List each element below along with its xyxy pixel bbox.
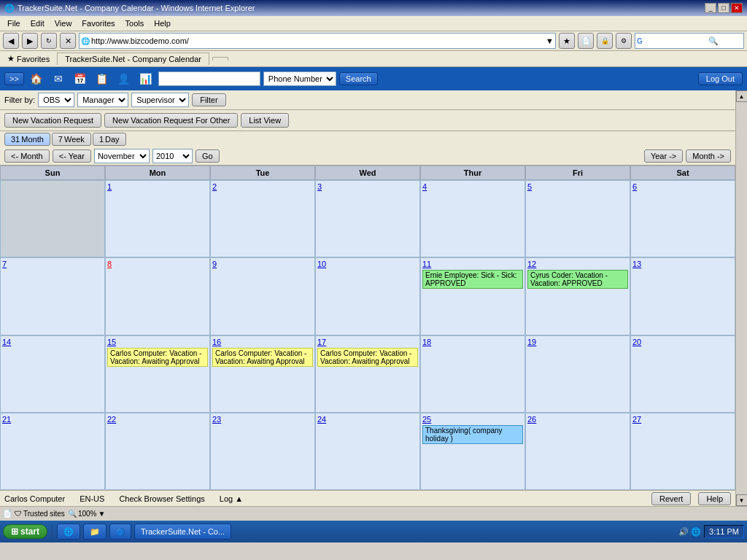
date-25[interactable]: 25	[422, 415, 523, 424]
month-select[interactable]: JanuaryFebruaryMarch AprilMayJune JulyAu…	[94, 149, 150, 163]
event-carlos-15[interactable]: Carlos Computer: Vacation - Vacation: Aw…	[107, 348, 208, 367]
contacts-icon[interactable]: 👤	[115, 69, 133, 88]
date-22[interactable]: 22	[107, 415, 208, 424]
search-type-select[interactable]: Phone Number	[263, 71, 336, 86]
ie-icon-taskbar[interactable]: 🌐	[57, 524, 80, 540]
prev-month-btn[interactable]: <- Month	[4, 149, 50, 163]
maximize-btn[interactable]: □	[718, 3, 729, 13]
cal-cell-7[interactable]: 7	[0, 257, 105, 335]
browser-tab[interactable]: TrackerSuite.Net - Company Calendar	[57, 52, 209, 65]
calendar-icon[interactable]: 📅	[71, 69, 90, 88]
cal-cell-23[interactable]: 23	[210, 413, 315, 490]
year-select[interactable]: 20082009201020112012	[152, 149, 193, 163]
date-10[interactable]: 10	[317, 260, 418, 268]
cal-cell-24[interactable]: 24	[315, 413, 420, 490]
event-thanksgiving[interactable]: Thanksgiving( company holiday )	[422, 425, 523, 444]
scrollbar[interactable]: ▲ ▼	[735, 90, 747, 506]
date-24[interactable]: 24	[317, 415, 418, 424]
scroll-down-btn[interactable]: ▼	[736, 494, 748, 506]
date-26[interactable]: 26	[527, 415, 628, 424]
date-15[interactable]: 15	[107, 338, 208, 346]
event-carlos-17[interactable]: Carlos Computer: Vacation - Vacation: Aw…	[317, 348, 418, 367]
supervisor-select[interactable]: Supervisor	[131, 93, 189, 107]
favorites-icon-btn[interactable]: ★	[559, 33, 575, 49]
date-5[interactable]: 5	[527, 182, 628, 191]
cal-cell-10[interactable]: 10	[315, 257, 420, 335]
cal-cell-3[interactable]: 3	[315, 180, 420, 257]
menu-tools[interactable]: Tools	[121, 18, 149, 29]
cal-cell-17[interactable]: 17 Carlos Computer: Vacation - Vacation:…	[315, 335, 420, 413]
next-year-btn[interactable]: Year ->	[644, 149, 683, 163]
home-icon[interactable]: 🏠	[27, 69, 46, 88]
obs-select[interactable]: OBS	[38, 93, 74, 107]
search-button[interactable]: Search	[339, 72, 378, 85]
cal-cell-15[interactable]: 15 Carlos Computer: Vacation - Vacation:…	[105, 335, 210, 413]
menu-file[interactable]: File	[3, 18, 25, 29]
cal-cell-8[interactable]: 8	[105, 257, 210, 335]
date-20[interactable]: 20	[632, 338, 733, 346]
forward-btn[interactable]: ▶	[22, 33, 38, 49]
browser-search-bar[interactable]: G 🔍	[635, 33, 744, 49]
folder-icon-taskbar[interactable]: 📁	[83, 524, 107, 540]
date-14[interactable]: 14	[2, 338, 103, 346]
help-btn[interactable]: Help	[698, 492, 731, 505]
cal-cell-16[interactable]: 16 Carlos Computer: Vacation - Vacation:…	[210, 335, 315, 413]
cal-cell-21[interactable]: 21	[0, 413, 105, 490]
minimize-btn[interactable]: _	[705, 3, 716, 13]
go-btn[interactable]: Go	[196, 149, 220, 163]
menu-view[interactable]: View	[50, 18, 77, 29]
cal-cell-25[interactable]: 25 Thanksgiving( company holiday )	[420, 413, 525, 490]
back-btn[interactable]: ◀	[3, 33, 19, 49]
reports-icon[interactable]: 📊	[136, 69, 155, 88]
cal-cell-2[interactable]: 2	[210, 180, 315, 257]
close-btn[interactable]: ✕	[731, 3, 743, 13]
manager-select[interactable]: Manager	[77, 93, 128, 107]
date-1[interactable]: 1	[107, 182, 208, 191]
date-7[interactable]: 7	[2, 260, 103, 268]
date-9[interactable]: 9	[212, 260, 313, 268]
menu-favorites[interactable]: Favorites	[77, 18, 119, 29]
refresh-btn[interactable]: ↻	[41, 33, 57, 49]
cal-cell-6[interactable]: 6	[630, 180, 735, 257]
expand-nav-btn[interactable]: >>	[4, 72, 24, 85]
address-input[interactable]: http://www.bizcodemo.com/	[91, 36, 546, 45]
app-search-input[interactable]	[158, 71, 260, 86]
prev-year-btn[interactable]: <- Year	[53, 149, 91, 163]
date-23[interactable]: 23	[212, 415, 313, 424]
cal-cell-18[interactable]: 18	[420, 335, 525, 413]
date-13[interactable]: 13	[632, 260, 733, 268]
cal-cell-26[interactable]: 26	[525, 413, 630, 490]
date-17[interactable]: 17	[317, 338, 418, 346]
list-view-btn[interactable]: List View	[241, 113, 289, 128]
date-6[interactable]: 6	[632, 182, 733, 191]
tasks-icon[interactable]: 📋	[93, 69, 112, 88]
cal-cell-1[interactable]: 1	[105, 180, 210, 257]
cal-cell-20[interactable]: 20	[630, 335, 735, 413]
date-19[interactable]: 19	[527, 338, 628, 346]
cal-cell-22[interactable]: 22	[105, 413, 210, 490]
cal-cell-19[interactable]: 19	[525, 335, 630, 413]
date-16[interactable]: 16	[212, 338, 313, 346]
event-carlos-16[interactable]: Carlos Computer: Vacation - Vacation: Aw…	[212, 348, 313, 367]
event-cyrus-vacation[interactable]: Cyrus Coder: Vacation - Vacation: APPROV…	[527, 270, 628, 289]
page-btn[interactable]: 📄	[578, 33, 594, 49]
week-view-tab[interactable]: 7 Week	[52, 133, 91, 146]
tools-btn[interactable]: ⚙	[616, 33, 632, 49]
scroll-up-btn[interactable]: ▲	[736, 90, 748, 102]
event-ernie-sick[interactable]: Ernie Employee: Sick - Sick: APPROVED	[422, 270, 523, 289]
date-8[interactable]: 8	[107, 260, 208, 268]
logout-button[interactable]: Log Out	[698, 72, 743, 85]
favorites-btn[interactable]: ★ Favorites	[3, 52, 54, 65]
cal-cell-11[interactable]: 11 Ernie Employee: Sick - Sick: APPROVED	[420, 257, 525, 335]
date-27[interactable]: 27	[632, 415, 733, 424]
start-button[interactable]: ⊞ start	[3, 524, 47, 539]
cal-cell-12[interactable]: 12 Cyrus Coder: Vacation - Vacation: APP…	[525, 257, 630, 335]
date-18[interactable]: 18	[422, 338, 523, 346]
cal-cell-4[interactable]: 4	[420, 180, 525, 257]
app-taskbar-item[interactable]: TrackerSuite.Net - Co...	[134, 524, 231, 540]
cal-cell-13[interactable]: 13	[630, 257, 735, 335]
date-21[interactable]: 21	[2, 415, 103, 424]
cal-cell-9[interactable]: 9	[210, 257, 315, 335]
date-11[interactable]: 11	[422, 260, 523, 268]
revert-btn[interactable]: Revert	[651, 492, 691, 505]
